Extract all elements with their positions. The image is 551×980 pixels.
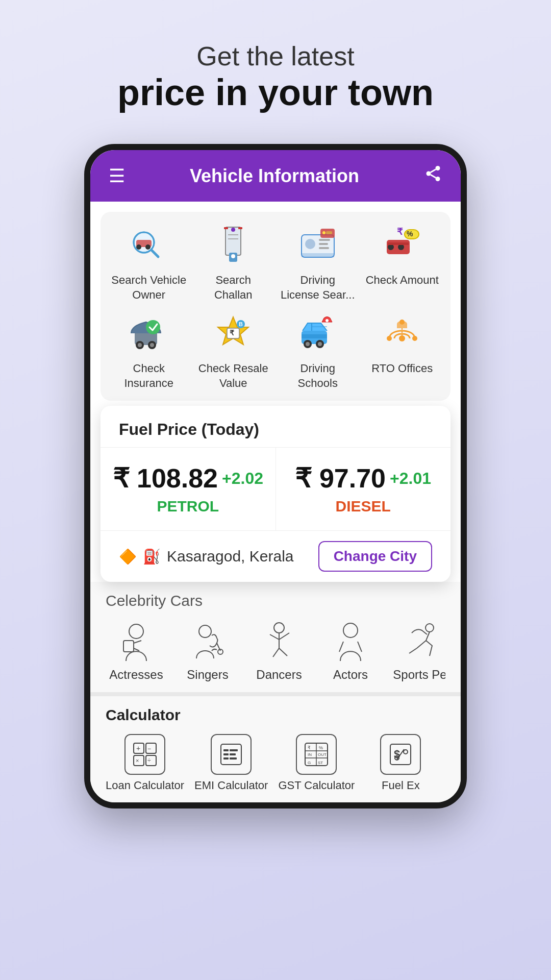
- svg-point-16: [231, 254, 235, 258]
- svg-rect-17: [238, 227, 242, 229]
- check-amount-label: Check Amount: [366, 273, 439, 288]
- singers-icon: [185, 618, 231, 664]
- celebrity-actresses[interactable]: Actresses: [106, 618, 167, 682]
- emi-calculator-icon: [211, 734, 252, 775]
- svg-rect-24: [302, 253, 334, 257]
- calculator-section-title: Calculator: [106, 706, 445, 724]
- svg-text:₹: ₹: [308, 745, 311, 750]
- celebrity-dancers[interactable]: Dancers: [248, 618, 310, 682]
- grid-item-search-challan[interactable]: Search Challan: [195, 222, 272, 302]
- dancers-icon: [256, 618, 302, 664]
- driving-schools-icon: [295, 310, 341, 356]
- calculator-row: + − × ÷ Loan Calculator: [106, 734, 445, 792]
- emi-calculator-item[interactable]: EMI Calculator: [194, 734, 268, 792]
- grid-item-check-amount[interactable]: % ₹ Check Amount: [364, 222, 441, 302]
- svg-line-4: [431, 169, 436, 173]
- grid-item-check-resale[interactable]: ₹ B Check Resale Value: [195, 310, 272, 390]
- calculator-section: Calculator + − × ÷ Loan Calculator: [90, 692, 461, 802]
- actors-icon: [328, 618, 373, 664]
- svg-point-64: [199, 625, 211, 638]
- driving-license-icon: [295, 222, 341, 268]
- svg-rect-90: [230, 749, 238, 751]
- dancers-label: Dancers: [256, 668, 302, 682]
- gst-calculator-item[interactable]: ₹ % IN OUT G ST GST Calculator: [278, 734, 355, 792]
- svg-point-38: [138, 343, 142, 347]
- svg-text:+: +: [136, 744, 140, 752]
- petrol-price-row: ₹ 108.82 +2.02: [111, 463, 265, 494]
- svg-point-8: [145, 244, 151, 250]
- celebrity-section-title: Celebrity Cars: [106, 592, 445, 609]
- celebrity-singers[interactable]: Singers: [177, 618, 238, 682]
- svg-line-71: [273, 648, 279, 657]
- svg-text:÷: ÷: [147, 757, 151, 764]
- svg-line-9: [152, 250, 158, 257]
- check-insurance-label: Check Insurance: [111, 361, 187, 390]
- app-title: Vehicle Information: [190, 165, 359, 187]
- svg-rect-18: [224, 227, 228, 229]
- svg-text:×: ×: [136, 757, 139, 764]
- svg-rect-21: [319, 239, 330, 241]
- gst-calculator-label: GST Calculator: [278, 779, 355, 792]
- svg-text:−: −: [147, 745, 151, 752]
- fuel-ex-label: Fuel Ex: [382, 779, 420, 792]
- petrol-column: ₹ 108.82 +2.02 PETROL: [101, 448, 276, 530]
- hero-section: Get the latest price in your town: [117, 41, 434, 113]
- driving-license-label: Driving License Sear...: [280, 273, 356, 302]
- rto-offices-label: RTO Offices: [371, 361, 433, 376]
- hero-title: price in your town: [117, 71, 434, 113]
- svg-point-54: [325, 319, 329, 322]
- driving-schools-label: Driving Schools: [280, 361, 356, 390]
- grid-item-driving-schools[interactable]: Driving Schools: [280, 310, 356, 390]
- gst-calculator-icon: ₹ % IN OUT G ST: [296, 734, 337, 775]
- svg-text:₹: ₹: [230, 329, 234, 337]
- svg-point-7: [136, 244, 141, 250]
- svg-text:IN: IN: [308, 752, 312, 757]
- svg-point-73: [343, 623, 358, 638]
- grid-item-search-vehicle[interactable]: Search Vehicle Owner: [111, 222, 187, 302]
- svg-point-57: [412, 336, 417, 341]
- hero-subtitle: Get the latest: [117, 41, 434, 71]
- diesel-price-row: ₹ 97.70 +2.01: [286, 463, 441, 494]
- svg-rect-87: [223, 749, 229, 751]
- grid-item-rto-offices[interactable]: RTO Offices: [364, 310, 441, 390]
- grid-item-check-insurance[interactable]: Check Insurance: [111, 310, 187, 390]
- diesel-change: +2.01: [390, 469, 431, 488]
- svg-rect-23: [319, 247, 329, 249]
- celebrity-section: Celebrity Cars Actresses: [90, 582, 461, 692]
- svg-point-60: [129, 624, 143, 639]
- actors-label: Actors: [333, 668, 368, 682]
- fuel-price-card: Fuel Price (Today) ₹ 108.82 +2.02 PETROL…: [101, 406, 450, 582]
- svg-rect-92: [230, 757, 237, 760]
- search-challan-label: Search Challan: [195, 273, 272, 302]
- fuel-prices-container: ₹ 108.82 +2.02 PETROL ₹ 97.70 +2.01 DIES…: [101, 447, 450, 530]
- search-vehicle-label: Search Vehicle Owner: [111, 273, 187, 302]
- fuel-ex-calculator-item[interactable]: $ Fuel Ex: [365, 734, 436, 792]
- celebrity-row: Actresses Singers: [106, 618, 445, 682]
- rto-offices-icon: [379, 310, 425, 356]
- svg-text:%: %: [319, 745, 323, 750]
- svg-point-56: [387, 336, 392, 341]
- svg-text:₹: ₹: [397, 227, 403, 237]
- celebrity-actors[interactable]: Actors: [320, 618, 381, 682]
- check-amount-icon: % ₹: [379, 222, 425, 268]
- svg-rect-22: [319, 243, 328, 245]
- svg-point-2: [435, 177, 440, 181]
- sports-icon: [399, 618, 445, 664]
- svg-rect-51: [302, 334, 327, 338]
- change-city-button[interactable]: Change City: [318, 541, 432, 572]
- grid-item-driving-license[interactable]: Driving License Sear...: [280, 222, 356, 302]
- svg-line-75: [358, 642, 362, 652]
- vehicle-grid: Search Vehicle Owner Search Challan: [101, 212, 450, 401]
- loan-calculator-item[interactable]: + − × ÷ Loan Calculator: [106, 734, 184, 792]
- svg-text:G: G: [308, 761, 311, 765]
- search-challan-icon: [210, 222, 256, 268]
- svg-point-26: [322, 231, 325, 234]
- menu-icon[interactable]: ☰: [109, 165, 125, 187]
- svg-rect-61: [123, 641, 134, 652]
- svg-point-106: [404, 750, 408, 754]
- share-icon[interactable]: [424, 164, 442, 187]
- svg-rect-89: [223, 757, 229, 760]
- svg-rect-88: [223, 753, 229, 755]
- pump-icon: ⛽: [143, 548, 161, 565]
- celebrity-sports[interactable]: Sports Per: [391, 618, 445, 682]
